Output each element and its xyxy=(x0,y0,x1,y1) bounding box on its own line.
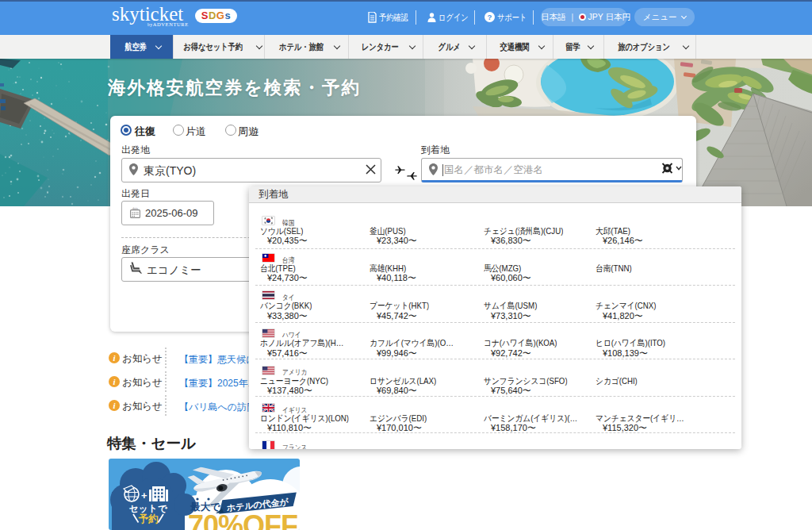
svg-text:+: + xyxy=(141,490,147,501)
svg-text:70%OFF: 70%OFF xyxy=(188,509,297,530)
svg-text:予約: 予約 xyxy=(139,513,159,524)
svg-text:?: ? xyxy=(488,13,492,21)
svg-text:セットで: セットで xyxy=(128,504,167,513)
